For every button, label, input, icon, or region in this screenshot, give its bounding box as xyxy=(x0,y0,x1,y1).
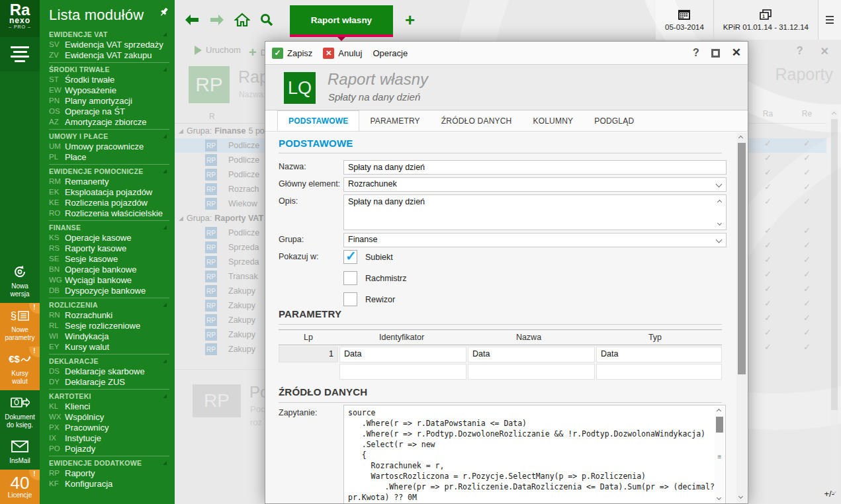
bg-report-row[interactable]: RPWiekow xyxy=(175,196,265,211)
element-select[interactable]: Rozrachunek xyxy=(343,177,727,192)
search-icon[interactable] xyxy=(259,13,274,27)
tab-parametry[interactable]: PARAMETRY xyxy=(359,110,430,131)
bg-report-row[interactable]: RPZakupy xyxy=(175,313,265,327)
bg-group-row[interactable]: Grupa:Raporty VAT xyxy=(175,211,265,226)
bg-report-row[interactable]: RPSprzeda xyxy=(175,255,265,269)
code-scroll-thumb[interactable] xyxy=(716,417,723,433)
sidebar-item-dy[interactable]: DYDeklaracje ZUS xyxy=(49,376,169,387)
parameters-empty-row[interactable] xyxy=(279,364,722,380)
checkbox-rachmistrz[interactable]: Rachmistrz xyxy=(343,271,407,285)
query-code-editor[interactable]: source .Where(r => r.DataPowstania <= Da… xyxy=(343,405,726,503)
sidebar-item-px[interactable]: PXPracownicy xyxy=(49,422,169,433)
scroll-down-icon[interactable] xyxy=(717,495,721,500)
menu-hamburger-icon[interactable] xyxy=(0,37,40,71)
sidebar-item-um[interactable]: UMUmowy pracownicze xyxy=(49,141,169,151)
dialog-scroll-thumb[interactable] xyxy=(738,143,746,374)
sidebar-item-wx[interactable]: WXWspólnicy xyxy=(49,411,169,422)
tab-podstawowe[interactable]: PODSTAWOWE xyxy=(277,110,359,131)
bg-report-row[interactable]: RPZakupy xyxy=(175,327,265,342)
sidebar-item-pn[interactable]: PNPlany amortyzacji xyxy=(49,95,169,106)
tab-raport-wlasny[interactable]: Raport własny xyxy=(290,5,393,34)
chevron-down-icon[interactable] xyxy=(717,221,722,226)
sidebar-item-rl[interactable]: RLSesje rozliczeniowe xyxy=(49,320,169,331)
sidebar-item-ro[interactable]: RORozliczenia właścicielskie xyxy=(49,208,169,218)
cell-value[interactable]: Data xyxy=(596,347,722,362)
rail-item-nowa[interactable]: Nowawersja xyxy=(0,259,40,303)
tab-źródło-danych[interactable]: ŹRÓDŁO DANYCH xyxy=(431,110,523,131)
module-section-header[interactable]: UMOWY I PŁACE xyxy=(49,131,169,141)
scroll-up-icon[interactable] xyxy=(738,136,743,140)
cell-value[interactable]: Data xyxy=(468,347,595,362)
checkbox-rewizor[interactable]: Rewizor xyxy=(343,292,395,306)
chevron-up-icon[interactable] xyxy=(717,200,722,204)
checkbox-box[interactable] xyxy=(343,292,357,306)
new-tab-button[interactable]: + xyxy=(405,13,415,26)
bg-report-row[interactable]: RPPodlicze xyxy=(175,226,265,240)
close-icon[interactable]: ✕ xyxy=(732,48,741,58)
bg-scrollbar[interactable] xyxy=(830,110,838,497)
bg-report-row[interactable]: RPTransak xyxy=(175,269,265,284)
tab-kolumny[interactable]: KOLUMNY xyxy=(522,110,584,131)
name-input[interactable] xyxy=(343,160,727,175)
checkbox-box[interactable]: ✓ xyxy=(343,250,357,264)
rail-item-insmail[interactable]: InsMail xyxy=(0,434,40,470)
module-section-header[interactable]: ROZLICZENIA xyxy=(49,300,169,310)
group-select[interactable]: Finanse xyxy=(343,233,727,247)
rail-item-kursy[interactable]: !€$Kursywalut xyxy=(0,347,40,390)
run-button[interactable]: Uruchom xyxy=(195,45,241,55)
bg-scroll-thumb[interactable] xyxy=(831,119,838,410)
sidebar-item-rn[interactable]: RNRozrachunki xyxy=(49,310,169,320)
module-section-header[interactable]: FINANSE xyxy=(49,222,169,232)
date-button[interactable]: 05-03-2014 xyxy=(656,0,713,40)
cell-empty[interactable] xyxy=(596,364,722,380)
sidebar-item-ek[interactable]: EKEksploatacja pojazdów xyxy=(49,187,169,197)
forward-icon[interactable] xyxy=(209,14,225,26)
maximize-icon[interactable] xyxy=(711,49,720,58)
parameters-row[interactable]: 1DataDataData xyxy=(279,347,722,362)
bg-report-row[interactable]: RPZakupy xyxy=(175,342,265,357)
bg-report-row[interactable]: RPPodlicze xyxy=(175,167,265,182)
bg-report-row[interactable]: RPPodlicze xyxy=(175,138,265,153)
sidebar-item-db[interactable]: DBDyspozycje bankowe xyxy=(49,285,169,296)
sidebar-item-st[interactable]: STŚrodki trwałe xyxy=(49,74,169,85)
module-section-header[interactable]: KARTOTEKI xyxy=(49,391,169,401)
sidebar-item-az[interactable]: AZAmortyzacje zbiorcze xyxy=(49,116,169,127)
sidebar-item-bn[interactable]: BNOperacje bankowe xyxy=(49,264,169,274)
sidebar-item-wg[interactable]: WGWyciągi bankowe xyxy=(49,274,169,285)
module-section-header[interactable]: EWIDENCJE VAT xyxy=(49,29,169,39)
scroll-down-icon[interactable] xyxy=(738,494,743,499)
period-button[interactable]: 1 KPiR 01.01.14 - 31.12.14 xyxy=(714,0,818,40)
checkbox-subiekt[interactable]: ✓Subiekt xyxy=(343,250,393,264)
home-icon[interactable] xyxy=(234,13,250,27)
bg-close-icon[interactable]: ✕ xyxy=(820,45,829,58)
sidebar-item-ew[interactable]: EWWyposażenie xyxy=(49,85,169,95)
sidebar-item-po[interactable]: POPojazdy xyxy=(49,443,169,454)
rail-item-dokument[interactable]: Dokumentdo księg. xyxy=(0,390,40,434)
bg-report-row[interactable]: RPSprzeda xyxy=(175,240,265,255)
sidebar-item-ke[interactable]: KERozliczenia pojazdów xyxy=(49,197,169,208)
sidebar-item-pl[interactable]: PLPłace xyxy=(49,151,169,162)
rail-item-licencje[interactable]: !40Licencje xyxy=(0,470,40,504)
save-button[interactable]: ✓ Zapisz xyxy=(272,48,312,59)
sidebar-item-sv[interactable]: SVEwidencja VAT sprzedaży xyxy=(49,39,169,50)
sidebar-item-ix[interactable]: IXInstytucje xyxy=(49,433,169,443)
desc-textarea[interactable]: Spłaty na dany dzień xyxy=(343,194,727,230)
overflow-menu-icon[interactable] xyxy=(819,0,841,40)
bg-report-row[interactable]: RPZakupy xyxy=(175,284,265,298)
rail-item-nowe[interactable]: !§Noweparametry xyxy=(0,303,40,347)
cell-empty[interactable] xyxy=(339,364,466,380)
module-section-header[interactable]: DEKLARACJE xyxy=(49,356,169,366)
cell-empty[interactable] xyxy=(468,364,595,380)
checkbox-box[interactable] xyxy=(343,271,357,285)
bg-report-row[interactable]: RPRozrach xyxy=(175,182,265,196)
bg-report-row[interactable]: RPPodlicze xyxy=(175,153,265,167)
scroll-up-icon[interactable] xyxy=(832,112,836,116)
sidebar-item-se[interactable]: SESesje kasowe xyxy=(49,253,169,264)
zoom-plus-minus[interactable]: +/- xyxy=(824,489,834,499)
bg-group-row[interactable]: Grupa:Finanse5 poz xyxy=(175,124,265,138)
sidebar-item-rs[interactable]: RSRaporty kasowe xyxy=(49,243,169,253)
code-scrollbar[interactable]: ≡ xyxy=(715,406,725,503)
cancel-button[interactable]: ✕ Anuluj xyxy=(323,48,362,59)
module-section-header[interactable]: ŚRODKI TRWAŁE xyxy=(49,64,169,74)
sidebar-item-os[interactable]: OSOperacje na ŚT xyxy=(49,106,169,116)
